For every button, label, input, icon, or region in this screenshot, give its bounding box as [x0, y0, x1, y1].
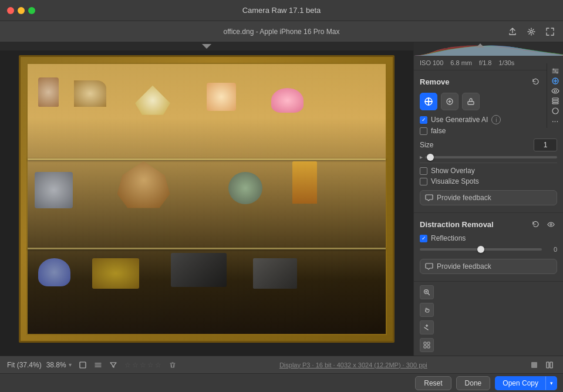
iso-value: ISO 100: [420, 59, 443, 66]
file-info-bar: Display P3 · 16 bit · 4032 x 3024 (12.2M…: [184, 361, 523, 369]
minimize-button[interactable]: [18, 7, 25, 14]
filter-btn[interactable]: [107, 359, 120, 371]
clone-tool-btn[interactable]: [441, 93, 459, 110]
zoom-value: 38.8%: [46, 361, 66, 369]
reflections-slider-value: 0: [545, 246, 557, 253]
fit-label: Fit (37.4%): [7, 361, 42, 369]
layers-icon-btn[interactable]: [548, 96, 562, 106]
up-arrow: [476, 43, 484, 48]
subtitle-bar: office.dng - Apple iPhone 16 Pro Max: [0, 21, 563, 42]
remove-undo-btn[interactable]: [529, 75, 542, 88]
size-slider-thumb[interactable]: [427, 154, 434, 161]
collapse-indicator: [202, 44, 211, 49]
open-copy-button[interactable]: Open Copy: [495, 376, 545, 390]
view-mode-btn[interactable]: [76, 359, 89, 371]
meta-info-bar: ISO 100 6.8 mm f/1.8 1/30s: [414, 56, 563, 70]
generative-ai-label: Use Generative AI: [431, 116, 488, 124]
star-4[interactable]: ☆: [147, 361, 154, 369]
zoom-tools: [414, 282, 563, 356]
remove-section: Remove: [414, 70, 563, 213]
divider-1: [420, 163, 557, 163]
open-copy-group: Open Copy ▾: [495, 376, 557, 390]
star-2[interactable]: ☆: [132, 361, 139, 369]
size-value[interactable]: 1: [534, 138, 557, 151]
eye-icon-btn[interactable]: [548, 86, 562, 96]
svg-rect-14: [424, 342, 426, 344]
sort-btn[interactable]: [92, 359, 104, 371]
magic-wand-btn[interactable]: [420, 320, 434, 334]
distraction-header: Distraction Removal: [420, 218, 557, 231]
main-body: ··· ISO 100 6.8 mm f/1.8 1/30s Remove: [0, 42, 563, 356]
stamp-tool-btn[interactable]: [462, 93, 480, 110]
reflections-slider-track[interactable]: [420, 248, 542, 251]
reset-button[interactable]: Reset: [415, 376, 451, 390]
circle-icon-btn[interactable]: [548, 106, 562, 116]
fullscreen-button[interactable]: [542, 23, 558, 40]
reflections-label: Reflections: [431, 234, 466, 242]
traffic-lights: [7, 7, 35, 14]
generative-ai-row: Use Generative AI i: [420, 115, 557, 124]
delete-btn[interactable]: [166, 359, 179, 371]
split-view-btn[interactable]: [543, 359, 556, 371]
star-1[interactable]: ☆: [124, 361, 131, 369]
show-overlay-label: Show Overlay: [431, 167, 475, 175]
distraction-eye-btn[interactable]: [544, 218, 557, 231]
svg-rect-16: [424, 346, 426, 348]
settings-button[interactable]: [523, 23, 540, 40]
slider-min-icon: ▸: [420, 154, 423, 160]
open-copy-dropdown[interactable]: ▾: [545, 376, 557, 390]
bottom-bar: Fit (37.4%) 38.8% ▾ ☆ ☆ ☆ ☆ ☆ Display P3…: [0, 356, 563, 373]
zoom-in-btn[interactable]: [420, 285, 434, 299]
distraction-undo-btn[interactable]: [529, 218, 542, 231]
close-button[interactable]: [7, 7, 14, 14]
reflections-checkbox[interactable]: [420, 235, 427, 242]
done-button[interactable]: Done: [456, 376, 491, 390]
export-button[interactable]: [504, 23, 521, 40]
detect-objects-row: false: [420, 127, 557, 135]
star-rating[interactable]: ☆ ☆ ☆ ☆ ☆: [124, 361, 161, 369]
more-icon-btn[interactable]: ···: [548, 116, 562, 126]
photo-container[interactable]: [0, 42, 413, 356]
reflections-slider-thumb[interactable]: [477, 246, 484, 253]
visualize-spots-checkbox[interactable]: [420, 178, 427, 185]
grid-view-btn[interactable]: [420, 338, 434, 352]
svg-point-12: [550, 224, 552, 225]
star-3[interactable]: ☆: [140, 361, 146, 369]
size-slider-track[interactable]: [425, 156, 557, 158]
show-overlay-checkbox[interactable]: [420, 167, 427, 175]
action-footer: Reset Done Open Copy ▾: [0, 373, 563, 392]
detect-objects-checkbox[interactable]: [420, 127, 427, 135]
zoom-dropdown-icon[interactable]: ▾: [69, 361, 72, 368]
svg-point-3: [554, 90, 557, 92]
reflections-slider-row: 0: [420, 246, 557, 253]
distraction-feedback-btn[interactable]: Provide feedback: [420, 259, 557, 274]
maximize-button[interactable]: [28, 7, 35, 14]
histogram-collapse: [414, 43, 547, 48]
window-title: Camera Raw 17.1 beta: [242, 6, 321, 15]
sliders-icon-btn[interactable]: [548, 66, 562, 76]
star-5[interactable]: ☆: [155, 361, 161, 369]
right-toolbar: ···: [547, 63, 563, 128]
remove-feedback-btn[interactable]: Provide feedback: [420, 190, 557, 205]
size-slider-row: ▸: [420, 154, 557, 160]
generative-ai-checkbox[interactable]: [420, 116, 427, 124]
detect-objects-label: false: [431, 127, 446, 135]
remove-header: Remove: [420, 75, 557, 88]
visualize-spots-label: Visualize Spots: [431, 177, 479, 185]
svg-point-7: [552, 108, 558, 114]
tool-buttons: [420, 93, 557, 110]
hand-tool-btn[interactable]: [420, 303, 434, 317]
generative-ai-info-icon[interactable]: i: [491, 115, 501, 124]
remove-title: Remove: [420, 77, 450, 86]
view-toggle: [528, 359, 556, 371]
right-panel: ··· ISO 100 6.8 mm f/1.8 1/30s Remove: [413, 42, 563, 356]
reflections-row: Reflections: [420, 234, 557, 242]
file-info: office.dng - Apple iPhone 16 Pro Max: [224, 28, 340, 36]
svg-rect-11: [468, 102, 474, 104]
single-view-btn[interactable]: [528, 359, 541, 371]
distraction-icons: [529, 218, 557, 231]
svg-rect-5: [552, 100, 558, 102]
heal-tool-btn[interactable]: [420, 93, 437, 110]
zoom-control[interactable]: 38.8% ▾: [46, 361, 72, 369]
heal-icon-btn[interactable]: [548, 76, 562, 86]
